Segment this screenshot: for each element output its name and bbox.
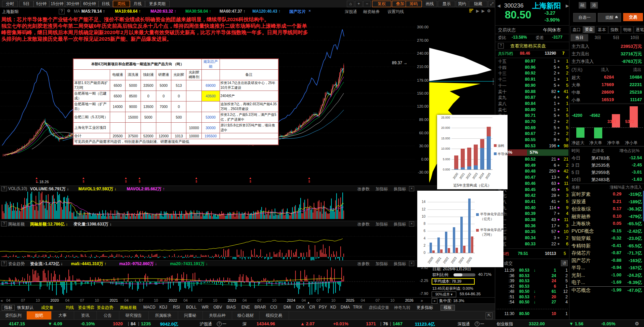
order-book-row[interactable]: 买九80.40114◆9	[495, 205, 569, 211]
panel-action-改参数[interactable]: 改参数	[357, 186, 370, 192]
indicator-tab-WR[interactable]: WR	[202, 305, 209, 310]
period-button-更多周期[interactable]: 更多周期	[145, 1, 170, 7]
header-link-融资融券[interactable]: 融资融券	[363, 9, 380, 15]
help-icon[interactable]: ?	[1, 261, 7, 266]
tool-button-筹码[interactable]: 筹码	[406, 1, 422, 7]
indicator-tab-恢复默认[interactable]: 恢复默认	[17, 305, 34, 311]
lock-icon[interactable]: ⌂	[347, 1, 354, 7]
indicator-tab-均线[interactable]: 均线	[66, 305, 74, 311]
header-link-设置均线[interactable]: 设置均线	[387, 9, 404, 15]
indicator-tab-模板[interactable]: 模板	[441, 305, 455, 311]
sector-row[interactable]: 富时罗素0.29-319亿	[569, 191, 644, 198]
indicator-tab-两融差额[interactable]: 两融差额	[120, 305, 136, 311]
detail-button[interactable]: 详	[561, 260, 568, 266]
order-book-row[interactable]: 十一80.3843◆11	[495, 217, 569, 223]
bottom-tab-核心题材[interactable]: 核心题材	[232, 311, 260, 319]
bottom-tab-研究报告[interactable]: 研究报告	[119, 311, 149, 319]
sector-row[interactable]: PVDF概念-0.15-2.42亿	[569, 228, 644, 235]
help-icon[interactable]: ?	[498, 43, 504, 49]
main-chart-area[interactable]: $$$$$$$周线：芯片半导体整个产业链今年产能不足、涨价不断业绩成长明确资金抱…	[0, 15, 415, 186]
tool-button-隐藏[interactable]: 隐藏	[469, 1, 487, 7]
tab-基本[interactable]: 基本	[596, 26, 608, 34]
chip-settings-bars-icon[interactable]	[469, 9, 474, 13]
indicator-tab-成交量[interactable]: 成交量	[41, 305, 53, 311]
help-icon[interactable]: ?	[1, 186, 7, 191]
bottom-tab-大事[interactable]: 大事	[51, 311, 74, 319]
overlay-name[interactable]: 国产芯片	[289, 9, 306, 15]
order-book-row[interactable]: 十三80.922◆2	[495, 70, 569, 77]
sector-row[interactable]: 半导...-0.94-167亿	[569, 264, 644, 272]
indicator-tab-资金博弈[interactable]: 资金博弈	[78, 305, 94, 311]
order-book-row[interactable]: 卖九80.874◆4	[495, 95, 569, 101]
indicator-tab-MACD[interactable]: MACD	[143, 305, 155, 310]
indicator-tab-DMI[interactable]: DMI	[284, 305, 291, 310]
order-book-row[interactable]: 十二80.911◆1	[495, 77, 569, 83]
tab-明细[interactable]: 明细	[621, 26, 633, 34]
help-icon[interactable]: ?	[1, 221, 7, 227]
chip-gear-icon[interactable]: ⚙	[487, 9, 491, 13]
indicator-tab-KDJ[interactable]: KDJ	[159, 305, 167, 310]
indicator-tab-ENE[interactable]: ENE	[241, 305, 250, 310]
minus-icon[interactable]: −	[363, 1, 371, 7]
cost-range-dropdown[interactable]: 90%成本 ▾	[432, 291, 456, 297]
chip-panel-drag-handle[interactable]	[493, 79, 495, 85]
tool-button-显示[interactable]: 显示	[438, 1, 455, 7]
period-button-月线[interactable]: 月线	[130, 1, 145, 7]
close-icon[interactable]: ×	[409, 261, 414, 266]
bottom-tab-资讯[interactable]: 资讯	[74, 311, 97, 319]
sector-row[interactable]: 电子...-1.69-9.39亿	[569, 279, 644, 286]
next-stock-arrow[interactable]: ▶	[566, 3, 569, 8]
order-book-row[interactable]: 十五80.3322◆6	[495, 241, 569, 247]
indicator-tab-神奇九转[interactable]: 神奇九转	[394, 305, 410, 311]
period-tab-5日[interactable]: 5日	[607, 34, 625, 41]
bottom-tab-公告[interactable]: 公告	[96, 311, 119, 319]
overlay-close-icon[interactable]: ×	[308, 9, 311, 13]
bottom-tab-关联品种[interactable]: 关联品种	[202, 311, 232, 319]
full-depth-link[interactable]: 查看完整档买卖盘	[510, 43, 546, 49]
tab-指数[interactable]: 指数	[608, 26, 621, 34]
order-book-row[interactable]: 十五80.971◆1	[495, 58, 569, 65]
panel-action-加指标[interactable]: 加指标	[376, 261, 388, 267]
panel-action-加指标[interactable]: 加指标	[376, 186, 388, 192]
bottom-tab-模拟交易[interactable]: 模拟交易	[259, 311, 289, 319]
tool-button-复权[interactable]: 复权	[372, 1, 391, 7]
panel-action-换指标[interactable]: 换指标	[394, 221, 406, 227]
tab-资金[interactable]: 资金	[583, 26, 595, 33]
prev-stock-arrow[interactable]: ◀	[497, 3, 500, 8]
order-book-row[interactable]: 买七80.4228◆3	[495, 193, 569, 199]
trade-button[interactable]: 交易	[623, 13, 643, 21]
period-button-60分钟[interactable]: 60分钟	[81, 1, 98, 7]
bottom-tab-所属板块[interactable]: 所属板块	[148, 311, 178, 319]
bottom-tab-委托队列[interactable]: 委托队列	[0, 311, 27, 319]
plus-icon[interactable]: +	[355, 1, 363, 7]
period-button-5日[interactable]: 5日	[19, 1, 34, 7]
tab-逐笔[interactable]: 逐笔	[634, 26, 644, 34]
indicator-tab-资金趋势[interactable]: 资金趋势	[97, 305, 113, 311]
indicator-tab-OBV[interactable]: OBV	[213, 305, 222, 310]
sector-row[interactable]: 光刻...-1.00-24.2亿	[569, 272, 644, 279]
indicator-menu-button[interactable]: 指标	[2, 305, 15, 311]
sector-row[interactable]: 国产芯片-0.88-163亿	[569, 257, 644, 264]
bottom-tab-问董秘[interactable]: 问董秘	[178, 311, 203, 319]
play-icon-2[interactable]: ▶	[482, 9, 485, 13]
period-tab-3日[interactable]: 3日	[589, 34, 607, 41]
period-button-分时[interactable]: 分时	[2, 1, 18, 7]
sector-row[interactable]: 融资融券0.10-479亿	[569, 213, 644, 220]
sector-row[interactable]: 中芯概念-1.99-47.0亿	[569, 286, 644, 294]
collapse-arrow-icon[interactable]: ▲	[307, 301, 310, 304]
order-book-row[interactable]: 十四80.965◆5	[495, 65, 569, 71]
indicator-tab-CR[interactable]: CR	[309, 305, 315, 310]
sector-row[interactable]: 智能穿戴-0.32-23.0亿	[569, 235, 644, 242]
period-button-30分钟[interactable]: 30分钟	[65, 1, 81, 7]
period-button-15分钟[interactable]: 15分钟	[49, 1, 65, 7]
help-icon[interactable]: ?	[59, 9, 65, 14]
order-book-row[interactable]: 买八80.4141◆5	[495, 199, 569, 205]
panel-action-换指标[interactable]: 换指标	[394, 186, 406, 192]
sector-row[interactable]: 创业板综0.17-36.3亿	[569, 205, 644, 213]
panel-action-换指标[interactable]: 换指标	[394, 261, 406, 267]
indicator-tab-DKX[interactable]: DKX	[296, 305, 305, 310]
period-tab-当日[interactable]: 当日	[570, 34, 588, 41]
expand-icon[interactable]: »	[432, 298, 437, 304]
indicator-tab-RSI[interactable]: RSI	[173, 305, 180, 310]
close-icon[interactable]: ×	[409, 221, 414, 227]
